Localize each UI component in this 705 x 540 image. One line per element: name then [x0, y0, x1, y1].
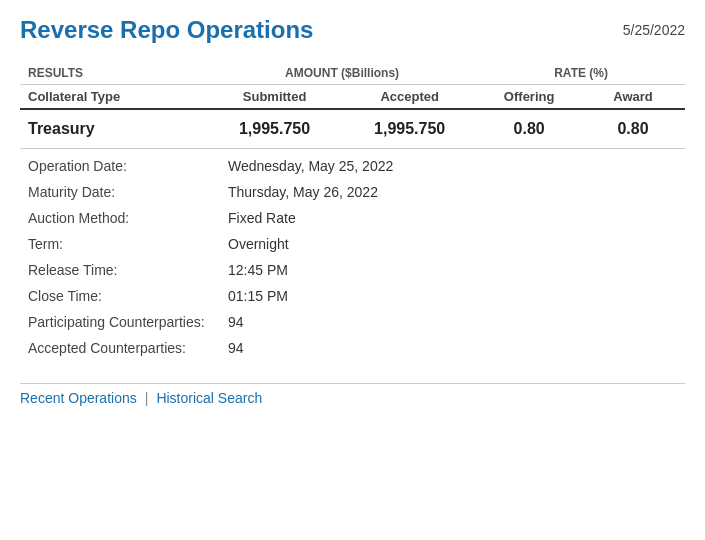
treasury-row: Treasury 1,995.750 1,995.750 0.80 0.80 [20, 109, 685, 149]
historical-search-link[interactable]: Historical Search [156, 390, 262, 406]
details-table: Operation Date:Wednesday, May 25, 2022Ma… [20, 153, 685, 361]
rate-group-header: RATE (%) [477, 62, 685, 85]
detail-row: Auction Method:Fixed Rate [20, 205, 685, 231]
detail-value: 12:45 PM [220, 257, 685, 283]
date-label: 5/25/2022 [623, 22, 685, 38]
treasury-label: Treasury [20, 109, 207, 149]
detail-row: Accepted Counterparties:94 [20, 335, 685, 361]
detail-label: Term: [20, 231, 220, 257]
detail-label: Close Time: [20, 283, 220, 309]
treasury-submitted: 1,995.750 [207, 109, 342, 149]
treasury-offering: 0.80 [477, 109, 581, 149]
detail-row: Maturity Date:Thursday, May 26, 2022 [20, 179, 685, 205]
detail-label: Release Time: [20, 257, 220, 283]
details-section: Operation Date:Wednesday, May 25, 2022Ma… [20, 153, 685, 361]
detail-row: Participating Counterparties:94 [20, 309, 685, 335]
detail-value: Thursday, May 26, 2022 [220, 179, 685, 205]
footer-links: Recent Operations | Historical Search [20, 383, 685, 406]
footer-separator: | [145, 390, 149, 406]
page-title: Reverse Repo Operations [20, 16, 313, 44]
submitted-header: Submitted [207, 85, 342, 110]
treasury-accepted: 1,995.750 [342, 109, 477, 149]
accepted-header: Accepted [342, 85, 477, 110]
detail-value: Overnight [220, 231, 685, 257]
group-header-row: RESULTS AMOUNT ($Billions) RATE (%) [20, 62, 685, 85]
collateral-type-header: Collateral Type [20, 85, 207, 110]
detail-label: Auction Method: [20, 205, 220, 231]
detail-value: 94 [220, 335, 685, 361]
page-container: Reverse Repo Operations 5/25/2022 RESULT… [0, 0, 705, 422]
detail-value: 01:15 PM [220, 283, 685, 309]
award-header: Award [581, 85, 685, 110]
offering-header: Offering [477, 85, 581, 110]
detail-label: Participating Counterparties: [20, 309, 220, 335]
subheader-row: Collateral Type Submitted Accepted Offer… [20, 85, 685, 110]
detail-value: Fixed Rate [220, 205, 685, 231]
detail-value: 94 [220, 309, 685, 335]
detail-value: Wednesday, May 25, 2022 [220, 153, 685, 179]
treasury-award: 0.80 [581, 109, 685, 149]
main-table: RESULTS AMOUNT ($Billions) RATE (%) Coll… [20, 62, 685, 149]
amount-group-header: AMOUNT ($Billions) [207, 62, 477, 85]
header-row: Reverse Repo Operations 5/25/2022 [20, 16, 685, 44]
detail-label: Operation Date: [20, 153, 220, 179]
recent-operations-link[interactable]: Recent Operations [20, 390, 137, 406]
detail-row: Operation Date:Wednesday, May 25, 2022 [20, 153, 685, 179]
results-group-header: RESULTS [20, 62, 207, 85]
detail-label: Maturity Date: [20, 179, 220, 205]
detail-row: Close Time:01:15 PM [20, 283, 685, 309]
detail-row: Release Time:12:45 PM [20, 257, 685, 283]
detail-label: Accepted Counterparties: [20, 335, 220, 361]
detail-row: Term:Overnight [20, 231, 685, 257]
